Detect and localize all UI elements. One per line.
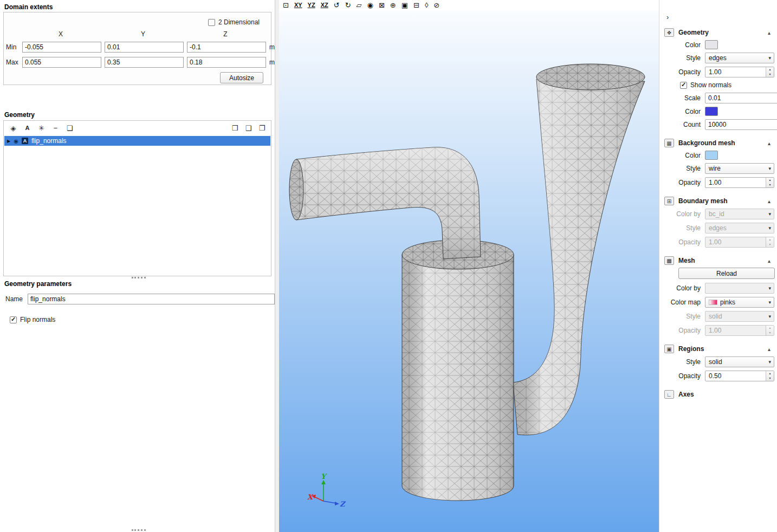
chevron-down-icon: ▾ (767, 211, 773, 217)
geometry-type-icon: A (22, 138, 28, 144)
screenshot-camera-icon[interactable]: ◉ (367, 2, 373, 9)
section-regions-header[interactable]: ▣ Regions ▴ (659, 343, 777, 355)
flip-normals-label: Flip normals (20, 316, 55, 323)
flip-normals-checkbox[interactable]: ✓ (10, 316, 17, 323)
expand-arrow-icon[interactable]: ▶ (7, 139, 10, 144)
geometry-style-dropdown[interactable]: edges ▾ (705, 53, 774, 63)
collapse-arrow-icon[interactable]: ▴ (768, 198, 770, 204)
add-cone-icon[interactable]: ◊ (425, 2, 428, 9)
two-dimensional-row: ✓ 2 Dimensional (208, 18, 260, 26)
wizard-icon[interactable]: ✳ (35, 123, 48, 133)
section-regions-title: Regions (678, 345, 704, 353)
geometry-style-row: Style edges ▾ (659, 51, 777, 65)
geometry-tree-item[interactable]: ▶ ◉ A flip_normals (4, 136, 270, 146)
visibility-eye-icon[interactable]: ◉ (14, 138, 18, 144)
geometry-toolbar: ◈ A ✳ − ❏ ❒ ❑ ❐ (7, 122, 268, 134)
collapse-arrow-icon[interactable]: ▴ (768, 30, 770, 36)
viewport-toolbar: ⊡ XY YZ XZ ↺ ↻ ▱ ◉ ⊠ ⊕ ▣ ⊟ ◊ ⊘ (279, 0, 659, 10)
section-boundary-mesh-header[interactable]: ⊞ Boundary mesh ▴ (659, 196, 777, 207)
collapse-arrow-icon[interactable]: ▴ (768, 258, 770, 264)
visibility-menu-icon[interactable]: ⊠ (379, 2, 385, 9)
mesh-color-map-dropdown[interactable]: pinks ▾ (705, 297, 774, 308)
two-dimensional-checkbox[interactable]: ✓ (208, 19, 215, 26)
boundary-opacity-spinbox: 1.00 ▴▾ (705, 237, 774, 248)
view-xy-button[interactable]: XY (294, 2, 302, 8)
background-opacity-spinbox[interactable]: 1.00 ▴▾ (705, 177, 774, 188)
autosize-button[interactable]: Autosize (220, 72, 263, 83)
collapse-arrow-icon[interactable]: ▴ (768, 140, 770, 146)
collapse-arrow-icon[interactable]: ▴ (768, 346, 770, 352)
normals-scale-input[interactable] (705, 93, 777, 103)
normals-color-swatch[interactable] (705, 107, 718, 116)
geometry-opacity-spinbox[interactable]: 1.00 ▴▾ (705, 67, 774, 77)
boundary-style-row: Style edges ▾ (659, 221, 777, 235)
name-input[interactable] (28, 294, 275, 304)
normals-count-input[interactable] (705, 119, 777, 130)
spin-down-icon[interactable]: ▾ (766, 376, 774, 381)
add-box-icon[interactable]: ▣ (402, 2, 408, 9)
max-z-input[interactable] (187, 57, 266, 68)
reset-view-icon[interactable]: ⊡ (283, 2, 289, 9)
flip-normals-row: ✓ Flip normals (10, 316, 55, 323)
geometry-tree[interactable]: ▶ ◉ A flip_normals (4, 136, 270, 275)
spin-up-icon[interactable]: ▴ (766, 371, 774, 376)
view-xz-button[interactable]: XZ (321, 2, 328, 8)
regions-style-dropdown[interactable]: solid ▾ (705, 356, 774, 367)
geometry-item-label: flip_normals (31, 137, 67, 145)
remove-geometry-icon[interactable]: − (49, 123, 62, 133)
background-color-swatch[interactable] (705, 151, 718, 160)
section-mesh-header[interactable]: ▩ Mesh ▴ (659, 255, 777, 267)
perspective-icon[interactable]: ▱ (357, 2, 362, 9)
background-mesh-section-icon: ▦ (664, 139, 674, 147)
min-x-input[interactable] (22, 42, 101, 53)
section-mesh-title: Mesh (678, 257, 695, 264)
view-yz-button[interactable]: YZ (308, 2, 315, 8)
axis-column-headers: X Y Z (21, 30, 265, 38)
3d-canvas[interactable]: Y X Z (279, 0, 659, 532)
geometry-opacity-row: Opacity 1.00 ▴▾ (659, 65, 777, 79)
union-icon[interactable]: ❒ (229, 123, 241, 133)
section-boundary-mesh-title: Boundary mesh (678, 197, 728, 205)
splitter-handle-bottom[interactable] (132, 529, 146, 531)
max-y-input[interactable] (105, 57, 184, 68)
rotate-ccw-icon[interactable]: ↺ (334, 2, 340, 9)
max-x-input[interactable] (22, 57, 101, 68)
spin-down-icon[interactable]: ▾ (766, 183, 774, 187)
add-torus-icon[interactable]: ⊘ (433, 2, 439, 9)
intersect-icon[interactable]: ❑ (242, 123, 255, 133)
reload-mesh-button[interactable]: Reload (678, 268, 775, 279)
mesh-style-dropdown: solid ▾ (705, 311, 774, 322)
add-sphere-icon[interactable]: ⊕ (390, 2, 396, 9)
min-z-input[interactable] (187, 42, 266, 53)
section-axes-header[interactable]: ∟ Axes (659, 389, 777, 400)
splitter-handle[interactable] (132, 277, 146, 278)
section-regions: ▣ Regions ▴ Style solid ▾ Opacity 0.50 ▴… (659, 343, 777, 383)
section-axes: ∟ Axes (659, 389, 777, 400)
add-cylinder-icon[interactable]: ⊟ (413, 2, 419, 9)
background-style-dropdown[interactable]: wire ▾ (705, 163, 774, 174)
panel-splitter[interactable] (275, 0, 279, 532)
collapse-panel-button[interactable]: › (666, 13, 674, 21)
add-filter-icon[interactable]: A (21, 123, 34, 133)
spin-up-icon[interactable]: ▴ (766, 178, 774, 183)
domain-extents-title: Domain extents (4, 3, 53, 11)
copy-geometry-icon[interactable]: ❏ (63, 123, 76, 133)
section-axes-title: Axes (678, 391, 694, 398)
boundary-color-by-row: Color by bc_id ▾ (659, 207, 777, 221)
background-opacity-row: Opacity 1.00 ▴▾ (659, 176, 777, 190)
section-geometry-header[interactable]: ❖ Geometry ▴ (659, 27, 777, 38)
difference-icon[interactable]: ❐ (256, 123, 268, 133)
3d-viewport[interactable]: ⊡ XY YZ XZ ↺ ↻ ▱ ◉ ⊠ ⊕ ▣ ⊟ ◊ ⊘ (279, 0, 659, 532)
show-normals-checkbox[interactable]: ✓ (680, 82, 687, 89)
spin-up-icon[interactable]: ▴ (766, 67, 774, 72)
max-label: Max (6, 59, 19, 66)
add-geometry-icon[interactable]: ◈ (7, 123, 20, 133)
min-y-input[interactable] (105, 42, 184, 53)
geometry-color-swatch[interactable] (705, 40, 718, 49)
section-background-mesh-header[interactable]: ▦ Background mesh ▴ (659, 138, 777, 149)
name-label: Name (5, 295, 23, 303)
rotate-cw-icon[interactable]: ↻ (345, 2, 351, 9)
spin-down-icon[interactable]: ▾ (766, 72, 774, 77)
mesh-color-map-row: Color map pinks ▾ (659, 295, 777, 309)
regions-opacity-spinbox[interactable]: 0.50 ▴▾ (705, 371, 774, 381)
